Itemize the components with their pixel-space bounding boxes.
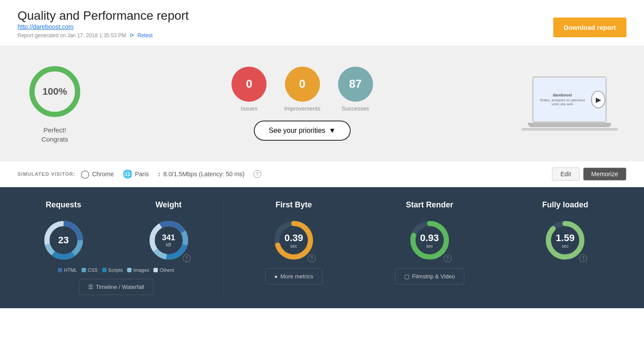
retest-icon: ⟳ bbox=[130, 32, 134, 39]
first-byte-help-icon[interactable]: ? bbox=[308, 254, 316, 262]
laptop-base bbox=[528, 123, 611, 127]
report-date: Report generated on Jan 17, 2018 1:35:53… bbox=[18, 32, 126, 39]
fully-loaded-value: 1.59 bbox=[556, 232, 575, 244]
fully-loaded-group: Fully loaded 1.59 sec ? bbox=[504, 200, 626, 295]
laptop-screen-inner: dareboost Testez, analysez et optimisez … bbox=[534, 78, 605, 121]
connection-help-icon[interactable]: ? bbox=[253, 170, 261, 178]
filmstrip-label: Filmstrip & Video bbox=[412, 273, 455, 280]
priorities-label: See your priorities bbox=[269, 127, 325, 135]
successes-value: 87 bbox=[349, 77, 362, 91]
svg-text:100%: 100% bbox=[43, 86, 67, 97]
legend-html: HTML bbox=[58, 267, 77, 273]
weight-donut: 341 kB ? bbox=[147, 218, 191, 262]
clock-icon: ● bbox=[274, 273, 278, 280]
fully-loaded-unit: sec bbox=[556, 244, 575, 249]
timeline-button[interactable]: ☰ Timeline / Waterfall bbox=[79, 279, 153, 295]
filmstrip-btn-wrapper: ▢ Filmstrip & Video bbox=[395, 268, 464, 285]
fully-loaded-donut: 1.59 sec ? bbox=[543, 218, 587, 262]
requests-group: Requests bbox=[18, 200, 110, 262]
film-icon: ▢ bbox=[404, 273, 409, 280]
improvements-label: Improvements bbox=[284, 105, 320, 112]
improvements-circle: 0 bbox=[285, 67, 320, 102]
visitor-left: SIMULATED VISITOR: ◯ Chrome 🌐 Paris ↕ 8.… bbox=[18, 169, 261, 179]
chrome-icon: ◯ bbox=[81, 169, 89, 179]
metrics-left: Requests bbox=[18, 200, 224, 295]
bubbles-row: 0 Issues 0 Improvements 87 Successes bbox=[231, 67, 373, 112]
legend-css-label: CSS bbox=[88, 267, 98, 273]
successes-label: Successes bbox=[342, 105, 369, 112]
requests-weight-row: Requests bbox=[18, 200, 214, 262]
requests-value: 23 bbox=[58, 235, 69, 246]
metrics-panel: Requests bbox=[0, 187, 644, 308]
visitor-items: ◯ Chrome 🌐 Paris ↕ 8.0/1.5Mbps (Latency:… bbox=[81, 169, 261, 179]
improvements-value: 0 bbox=[299, 77, 305, 91]
legend-css: CSS bbox=[82, 267, 98, 273]
legend-scripts-label: Scripts bbox=[108, 267, 123, 273]
retest-link[interactable]: Retest bbox=[138, 32, 153, 39]
issues-value: 0 bbox=[246, 77, 252, 91]
score-line1: Perfect! bbox=[42, 125, 68, 135]
requests-donut: 23 bbox=[42, 218, 85, 262]
start-render-help-icon[interactable]: ? bbox=[444, 254, 452, 262]
weight-title: Weight bbox=[156, 200, 182, 210]
url-link[interactable]: http://dareboost.com bbox=[18, 23, 74, 30]
first-byte-unit: sec bbox=[285, 244, 303, 249]
edit-button[interactable]: Edit bbox=[552, 167, 579, 181]
more-metrics-label: More metrics bbox=[280, 273, 313, 280]
laptop-screen: dareboost Testez, analysez et optimisez … bbox=[532, 76, 607, 123]
globe-icon: 🌐 bbox=[123, 169, 132, 179]
page-title: Quality and Performance report bbox=[18, 9, 626, 23]
metrics-main: Requests bbox=[18, 200, 626, 295]
more-metrics-button[interactable]: ● More metrics bbox=[265, 268, 323, 285]
legend-css-dot bbox=[82, 268, 86, 272]
start-render-group: Start Render 0.93 sec ? bbox=[368, 200, 491, 295]
weight-unit: kB bbox=[162, 242, 175, 247]
center-metrics: 0 Issues 0 Improvements 87 Successes bbox=[231, 67, 373, 141]
fully-loaded-title: Fully loaded bbox=[542, 200, 588, 210]
chevron-down-icon: ▼ bbox=[329, 127, 336, 135]
weight-value: 341 bbox=[162, 233, 175, 242]
legend-scripts: Scripts bbox=[102, 267, 123, 273]
filmstrip-button[interactable]: ▢ Filmstrip & Video bbox=[395, 268, 464, 285]
legend-others: Others bbox=[153, 267, 174, 273]
successes-circle: 87 bbox=[338, 67, 373, 102]
fully-loaded-value-label: 1.59 sec bbox=[556, 232, 575, 249]
play-button-icon: ▶ bbox=[591, 91, 605, 108]
visitor-location: 🌐 Paris bbox=[123, 169, 149, 179]
score-section: 100% Perfect! Congrats 0 Issues 0 bbox=[0, 46, 644, 161]
issues-circle: 0 bbox=[231, 67, 267, 102]
visitor-bar: SIMULATED VISITOR: ◯ Chrome 🌐 Paris ↕ 8.… bbox=[0, 161, 644, 187]
weight-value-label: 341 kB bbox=[162, 233, 175, 247]
download-button[interactable]: Download report bbox=[553, 18, 626, 37]
header-meta: Report generated on Jan 17, 2018 1:35:53… bbox=[18, 32, 626, 39]
weight-help-icon[interactable]: ? bbox=[183, 254, 191, 262]
legend-images-label: Images bbox=[133, 267, 149, 273]
laptop-foot bbox=[521, 128, 618, 131]
memorize-button[interactable]: Memorize bbox=[583, 167, 626, 181]
score-line2: Congrats bbox=[42, 135, 68, 144]
legend-images: Images bbox=[127, 267, 149, 273]
start-render-value-label: 0.93 sec bbox=[420, 232, 439, 249]
issues-label: Issues bbox=[241, 105, 258, 112]
legend-images-dot bbox=[127, 268, 132, 272]
visitor-browser: ◯ Chrome bbox=[81, 169, 114, 179]
score-ring: 100% bbox=[26, 63, 83, 120]
requests-title: Requests bbox=[46, 200, 81, 210]
first-byte-value: 0.39 bbox=[285, 232, 303, 244]
timeline-label: Timeline / Waterfall bbox=[96, 284, 144, 290]
priorities-button[interactable]: See your priorities ▼ bbox=[254, 121, 351, 141]
connection-speed: 8.0/1.5Mbps (Latency: 50 ms) bbox=[164, 171, 245, 178]
bubble-issues: 0 Issues bbox=[231, 67, 267, 112]
start-render-donut: 0.93 sec ? bbox=[408, 218, 452, 262]
more-metrics-btn-wrapper: ● More metrics bbox=[265, 268, 323, 285]
start-render-title: Start Render bbox=[406, 200, 453, 210]
visitor-connection: ↕ 8.0/1.5Mbps (Latency: 50 ms) bbox=[158, 171, 245, 178]
start-render-value: 0.93 bbox=[420, 232, 439, 244]
legend-others-dot bbox=[153, 268, 158, 272]
location-name: Paris bbox=[135, 171, 149, 178]
speed-icon: ↕ bbox=[158, 171, 161, 178]
timeline-btn-wrapper: ☰ Timeline / Waterfall bbox=[18, 279, 214, 295]
legend-html-label: HTML bbox=[64, 267, 77, 273]
first-byte-donut: 0.39 sec ? bbox=[272, 218, 316, 262]
bubble-improvements: 0 Improvements bbox=[284, 67, 320, 112]
